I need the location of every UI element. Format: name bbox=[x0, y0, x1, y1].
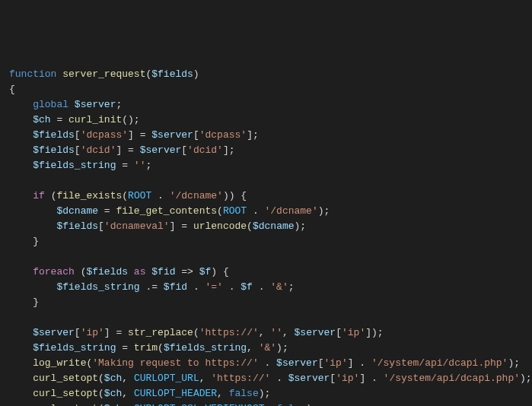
token-punct: ( bbox=[193, 327, 199, 338]
token-punct: ] = bbox=[170, 220, 193, 232]
token-function: server_request bbox=[62, 68, 145, 80]
token-variable: $server bbox=[75, 99, 116, 110]
token-variable: $server bbox=[288, 373, 330, 384]
code-line[interactable] bbox=[9, 173, 523, 189]
token-punct: ]; bbox=[223, 144, 235, 156]
code-line[interactable]: global $server; bbox=[9, 97, 523, 113]
token-function: trim bbox=[134, 342, 158, 354]
token-punct: ]); bbox=[365, 327, 383, 338]
code-line[interactable]: $fields_string = trim($fields_string, '&… bbox=[9, 341, 523, 356]
token-const-bool: false bbox=[276, 403, 306, 406]
code-line[interactable]: $fields['dcpass'] = $server['dcpass']; bbox=[9, 128, 523, 143]
token-punct bbox=[9, 144, 33, 156]
token-punct: } bbox=[9, 297, 39, 308]
token-punct: [ bbox=[75, 144, 81, 156]
token-constant: CURLOPT_URL bbox=[134, 373, 199, 384]
token-string: 'dcid' bbox=[187, 144, 223, 156]
token-punct: ] . bbox=[348, 357, 371, 369]
token-punct: ); bbox=[318, 205, 330, 217]
code-line[interactable]: } bbox=[9, 234, 523, 249]
token-function: log_write bbox=[33, 357, 86, 369]
token-punct: , bbox=[259, 327, 271, 338]
token-variable: $dcname bbox=[253, 220, 295, 232]
token-string: '/system/api/dcapi.php' bbox=[384, 373, 520, 384]
code-line[interactable]: curl_setopt($ch, CURLOPT_HEADER, false); bbox=[9, 386, 523, 401]
token-punct: ]; bbox=[247, 129, 259, 141]
token-punct bbox=[9, 281, 56, 293]
token-punct: ); bbox=[520, 373, 532, 384]
token-keyword: global bbox=[33, 99, 75, 110]
token-function: curl_setopt bbox=[33, 373, 98, 384]
token-punct bbox=[9, 266, 33, 278]
token-function: curl_setopt bbox=[33, 403, 98, 406]
token-punct: ; bbox=[145, 160, 151, 171]
token-operator: . bbox=[247, 205, 264, 217]
token-punct bbox=[9, 99, 33, 110]
code-line[interactable]: function server_request($fields) bbox=[9, 67, 523, 82]
token-punct: ] . bbox=[359, 373, 383, 384]
code-line[interactable]: $fields['dcnameval'] = urlencode($dcname… bbox=[9, 219, 523, 234]
token-function: file_exists bbox=[56, 190, 122, 201]
token-variable: $fields_string bbox=[56, 281, 139, 293]
code-line[interactable]: if (file_exists(ROOT . '/dcname')) { bbox=[9, 189, 523, 204]
token-punct: } bbox=[9, 236, 39, 247]
token-punct: , bbox=[265, 403, 277, 406]
code-line[interactable]: $fields['dcid'] = $server['dcid']; bbox=[9, 143, 523, 158]
token-keyword-control: if bbox=[33, 190, 50, 201]
code-line[interactable]: curl_setopt($ch, CURLOPT_SSL_VERIFYHOST,… bbox=[9, 401, 523, 406]
code-line[interactable]: curl_setopt($ch, CURLOPT_URL, 'https://'… bbox=[9, 371, 523, 386]
token-punct bbox=[9, 357, 33, 369]
token-variable: $f bbox=[241, 281, 253, 293]
token-punct: ( bbox=[158, 342, 164, 354]
code-line[interactable]: foreach ($fields as $fid => $f) { bbox=[9, 265, 523, 280]
token-punct bbox=[9, 114, 33, 125]
token-keyword-control: as bbox=[128, 266, 151, 278]
token-punct: [ bbox=[318, 357, 324, 369]
code-line[interactable] bbox=[9, 249, 523, 265]
token-string: 'dcpass' bbox=[81, 129, 128, 141]
token-variable: $fields bbox=[56, 220, 98, 232]
code-line[interactable]: $dcname = file_get_contents(ROOT . '/dcn… bbox=[9, 204, 523, 219]
token-punct: , bbox=[122, 388, 134, 399]
code-line[interactable]: $fields_string = ''; bbox=[9, 158, 523, 173]
token-operator: = bbox=[51, 114, 68, 125]
token-punct: { bbox=[9, 84, 15, 95]
token-punct: ); bbox=[306, 403, 318, 406]
token-string: '' bbox=[134, 160, 146, 171]
token-punct: ( bbox=[122, 190, 128, 201]
token-punct: [ bbox=[98, 220, 104, 232]
token-variable: $fields_string bbox=[164, 342, 247, 354]
code-editor[interactable]: function server_request($fields){ global… bbox=[9, 67, 523, 406]
code-line[interactable]: $fields_string .= $fid . '=' . $f . '&'; bbox=[9, 280, 523, 295]
token-punct bbox=[9, 388, 33, 399]
token-constant: CURLOPT_HEADER bbox=[134, 388, 217, 399]
code-line[interactable]: } bbox=[9, 295, 523, 310]
token-variable: $f bbox=[199, 266, 212, 278]
code-line[interactable]: $server['ip'] = str_replace('https://', … bbox=[9, 325, 523, 341]
code-line[interactable]: $ch = curl_init(); bbox=[9, 113, 523, 128]
token-string: 'dcpass' bbox=[199, 129, 247, 141]
token-variable: $fields_string bbox=[33, 160, 116, 171]
token-string: 'dcnameval' bbox=[104, 220, 170, 232]
token-variable: $server bbox=[151, 129, 193, 141]
token-punct: , bbox=[122, 403, 134, 406]
token-punct bbox=[9, 129, 33, 141]
token-operator: = bbox=[116, 342, 133, 354]
token-function: curl_setopt bbox=[33, 388, 98, 399]
token-punct: (); bbox=[122, 114, 139, 125]
token-function: urlencode bbox=[193, 220, 247, 232]
token-punct: ( bbox=[98, 388, 104, 399]
code-line[interactable]: { bbox=[9, 82, 523, 97]
token-variable: $server bbox=[295, 327, 336, 338]
token-string: '&' bbox=[259, 342, 276, 354]
token-string: 'https://' bbox=[199, 327, 259, 338]
token-variable: $ch bbox=[104, 388, 122, 399]
token-operator: .= bbox=[140, 281, 164, 293]
code-line[interactable]: log_write('Making request to https://' .… bbox=[9, 356, 523, 371]
token-const-bool: false bbox=[229, 388, 259, 399]
token-string: '/dcname' bbox=[265, 205, 318, 217]
token-punct bbox=[9, 160, 33, 171]
code-line[interactable] bbox=[9, 310, 523, 325]
token-punct: [ bbox=[193, 129, 199, 141]
token-punct: ( bbox=[98, 373, 104, 384]
